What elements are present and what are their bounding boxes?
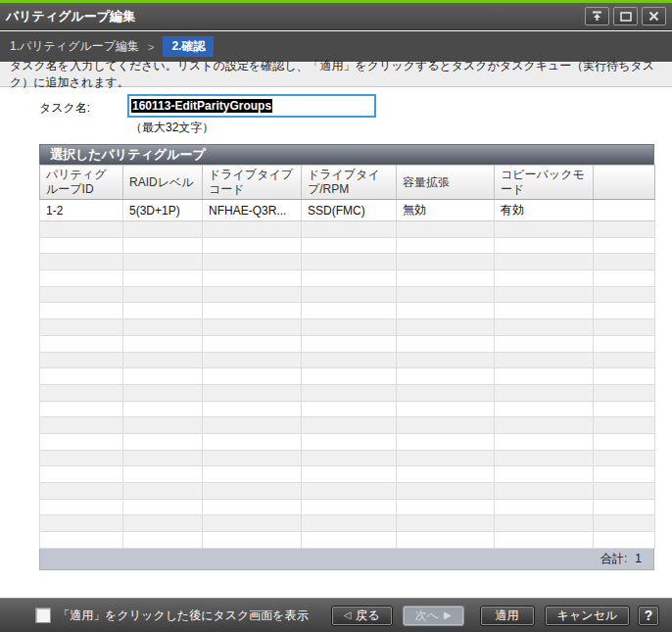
empty-cell bbox=[123, 303, 203, 319]
empty-cell bbox=[123, 450, 203, 466]
empty-cell bbox=[203, 450, 302, 466]
empty-cell bbox=[123, 483, 203, 500]
empty-cell bbox=[123, 237, 203, 254]
empty-cell bbox=[495, 286, 594, 303]
apply-button[interactable]: 適用 bbox=[480, 606, 535, 626]
empty-cell bbox=[594, 499, 655, 515]
empty-cell bbox=[594, 254, 655, 270]
empty-cell bbox=[495, 417, 594, 434]
empty-cell bbox=[40, 270, 123, 287]
empty-row bbox=[40, 433, 655, 450]
empty-cell bbox=[40, 352, 123, 368]
selected-parity-groups-section: 選択したパリティグループ パリティグループIDRAIDレベルドライブタイプコード… bbox=[39, 144, 654, 570]
edit-parity-groups-dialog: パリティグループ編集 1.パリティグループ編集 > 2.確認 タスク名を入力して… bbox=[0, 0, 672, 632]
collapse-icon bbox=[591, 11, 603, 22]
empty-cell bbox=[203, 335, 302, 352]
empty-cell bbox=[594, 335, 655, 352]
empty-cell bbox=[302, 352, 397, 368]
empty-row bbox=[40, 286, 655, 303]
collapse-button[interactable] bbox=[585, 7, 609, 25]
empty-row bbox=[40, 254, 655, 270]
empty-cell bbox=[203, 466, 302, 483]
empty-cell bbox=[397, 270, 495, 287]
column-header: ドライブタイプ/RPM bbox=[302, 166, 397, 200]
table-cell bbox=[594, 200, 655, 221]
empty-cell bbox=[123, 515, 203, 532]
empty-cell bbox=[123, 384, 203, 401]
empty-cell bbox=[397, 303, 495, 319]
empty-cell bbox=[594, 384, 655, 401]
empty-cell bbox=[123, 286, 203, 303]
empty-cell bbox=[123, 532, 203, 549]
empty-cell bbox=[495, 352, 594, 368]
empty-row bbox=[40, 384, 655, 401]
empty-cell bbox=[594, 466, 655, 483]
empty-row bbox=[40, 499, 655, 515]
empty-cell bbox=[302, 401, 397, 417]
empty-cell bbox=[397, 532, 495, 549]
table-total-bar: 合計: 1 bbox=[39, 549, 654, 570]
instruction-text: タスク名を入力してください。リストの設定を確認し、「適用」をクリックするとタスク… bbox=[0, 62, 672, 87]
empty-cell bbox=[397, 254, 495, 270]
empty-cell bbox=[495, 499, 594, 515]
empty-cell bbox=[203, 237, 302, 254]
empty-cell bbox=[397, 466, 495, 483]
total-value: 1 bbox=[635, 552, 642, 565]
empty-cell bbox=[302, 417, 397, 434]
empty-cell bbox=[40, 368, 123, 385]
empty-cell bbox=[397, 286, 495, 303]
maximize-button[interactable] bbox=[613, 7, 638, 25]
empty-cell bbox=[495, 466, 594, 483]
empty-cell bbox=[40, 466, 123, 483]
action-bar: 「適用」をクリックした後にタスク画面を表示 ◁ 戻る 次へ ▶ 適用 キャンセル… bbox=[0, 598, 672, 632]
empty-cell bbox=[495, 335, 594, 352]
empty-cell bbox=[203, 303, 302, 319]
column-header: 容量拡張 bbox=[397, 166, 495, 200]
empty-cell bbox=[203, 433, 302, 450]
empty-cell bbox=[495, 401, 594, 417]
empty-cell bbox=[123, 368, 203, 385]
next-button[interactable]: 次へ ▶ bbox=[403, 606, 464, 626]
table-cell: NFHAE-Q3R... bbox=[203, 200, 302, 221]
empty-cell bbox=[495, 303, 594, 319]
cancel-button[interactable]: キャンセル bbox=[545, 606, 630, 626]
empty-cell bbox=[594, 270, 655, 287]
empty-cell bbox=[40, 221, 123, 238]
empty-cell bbox=[203, 221, 302, 238]
empty-cell bbox=[302, 483, 397, 500]
empty-cell bbox=[123, 254, 203, 270]
column-header: パリティグループID bbox=[40, 166, 123, 200]
empty-cell bbox=[495, 221, 594, 238]
table-cell: 有効 bbox=[495, 200, 594, 221]
close-button[interactable] bbox=[642, 7, 666, 25]
empty-cell bbox=[594, 450, 655, 466]
back-button[interactable]: ◁ 戻る bbox=[331, 606, 393, 626]
empty-cell bbox=[123, 319, 203, 336]
show-task-screen-checkbox[interactable] bbox=[35, 608, 51, 623]
task-name-input[interactable]: 160113-EditParityGroups bbox=[127, 94, 376, 118]
table-cell: SSD(FMC) bbox=[302, 200, 397, 221]
empty-cell bbox=[302, 532, 397, 549]
empty-cell bbox=[495, 532, 594, 549]
empty-cell bbox=[495, 483, 594, 500]
empty-cell bbox=[123, 270, 203, 287]
table-row[interactable]: 1-25(3D+1P)NFHAE-Q3R...SSD(FMC)無効有効 bbox=[40, 200, 655, 221]
empty-cell bbox=[302, 466, 397, 483]
empty-cell bbox=[123, 352, 203, 368]
empty-cell bbox=[397, 384, 495, 401]
empty-cell bbox=[397, 515, 495, 532]
help-button[interactable]: ? bbox=[638, 606, 659, 626]
empty-cell bbox=[203, 254, 302, 270]
column-header bbox=[594, 166, 655, 200]
empty-cell bbox=[302, 270, 397, 287]
empty-row bbox=[40, 270, 655, 287]
breadcrumb-step1[interactable]: 1.パリティグループ編集 bbox=[10, 38, 139, 55]
empty-cell bbox=[594, 532, 655, 549]
empty-cell bbox=[594, 319, 655, 336]
empty-cell bbox=[203, 417, 302, 434]
empty-cell bbox=[40, 417, 123, 434]
column-header: ドライブタイプコード bbox=[203, 166, 302, 200]
empty-row bbox=[40, 401, 655, 417]
empty-cell bbox=[397, 483, 495, 500]
empty-row bbox=[40, 483, 655, 500]
